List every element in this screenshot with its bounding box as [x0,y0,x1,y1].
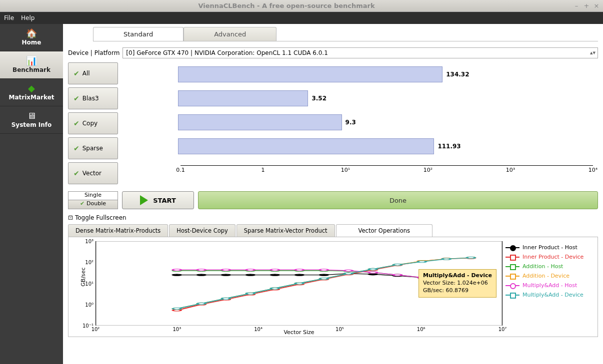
legend-add-host[interactable]: Addition - Host [506,263,594,270]
svg-point-2 [198,274,206,276]
x-axis-title: Vector Size [284,329,314,336]
sidebar-item-benchmark[interactable]: 📊 Benchmark [0,51,63,79]
chevron-updown-icon: ▴▾ [590,49,596,56]
bar-value-blas3: 134.32 [446,71,469,78]
svg-point-58 [296,269,304,271]
tabs-top: Standard Advanced [93,27,598,41]
line-chart-plot: GB/sec Vector Size 10³ 10² 10¹ 10⁰ 10⁻¹ … [96,241,502,326]
tab-advanced[interactable]: Advanced [184,27,276,41]
svg-point-60 [344,270,352,271]
svg-point-6 [296,274,304,276]
tab-dense[interactable]: Dense Matrix-Matrix-Products [68,224,168,237]
play-icon [140,195,148,205]
svg-point-1 [173,274,181,276]
svg-point-62 [394,274,402,276]
tab-vec[interactable]: Vector Operations [336,224,433,237]
filter-all[interactable]: ✔All [68,62,118,84]
titlebar: ViennaCLBench - A free open-source bench… [0,0,603,12]
svg-point-4 [246,274,254,276]
svg-point-61 [369,272,377,273]
precision-single[interactable]: Single [68,192,118,200]
chart-tooltip: Multiply&Add - Device Vector Size: 1.024… [418,269,496,298]
svg-point-77 [442,258,450,260]
svg-point-72 [320,278,328,279]
close-icon[interactable]: × [593,2,600,9]
filter-sparse[interactable]: ✔Sparse [68,137,118,159]
svg-point-76 [418,261,426,262]
tab-hdc[interactable]: Host-Device Copy [169,224,236,237]
minimize-icon[interactable]: – [573,2,580,9]
check-icon: ✔ [74,169,80,177]
menu-help[interactable]: Help [21,14,34,21]
svg-point-56 [246,269,254,271]
svg-point-75 [394,264,402,266]
check-icon: ✔ [74,119,80,127]
sidebar: 🏠 Home 📊 Benchmark ◆ MatrixMarket 🖥 Syst… [0,24,63,364]
bar-chart: Blas3 - GFLOPs 134.32 Copy - GB/sec 3.52… [123,62,598,177]
sidebar-item-matrixmarket[interactable]: ◆ MatrixMarket [0,79,63,106]
svg-point-74 [369,268,377,270]
matrixmarket-icon: ◆ [28,84,35,93]
svg-point-71 [296,283,304,284]
legend-ma-dev[interactable]: Multiply&Add - Device [506,292,594,298]
legend-ip-dev[interactable]: Inner Product - Device [506,254,594,260]
sidebar-item-home[interactable]: 🏠 Home [0,24,63,51]
line-chart: GB/sec Vector Size 10³ 10² 10¹ 10⁰ 10⁻¹ … [68,237,598,337]
svg-point-3 [222,274,230,276]
bottom-tabs: Dense Matrix-Matrix-Products Host-Device… [68,224,598,237]
device-select[interactable]: [0] GeForce GTX 470 | NVIDIA Corporation… [122,47,598,58]
legend-add-dev[interactable]: Addition - Device [506,273,594,279]
tab-smv[interactable]: Sparse Matrix-Vector Product [236,224,335,237]
svg-point-67 [198,303,206,304]
svg-point-54 [198,269,206,271]
maximize-icon[interactable]: + [583,2,590,9]
check-icon: ✔ [74,144,80,152]
svg-point-57 [271,269,279,271]
home-icon: 🏠 [26,29,37,38]
precision-toggle: Single ✔Double [68,191,118,209]
tab-standard[interactable]: Standard [93,27,184,41]
status-done: Done [198,191,598,209]
check-icon: ✔ [80,200,84,207]
svg-point-55 [222,269,230,271]
check-icon: ✔ [74,69,80,77]
menubar: File Help [0,12,603,24]
svg-point-73 [344,273,352,274]
bar-xaxis: 0.1 1 10¹ 10² 10³ 10⁴ [180,165,593,177]
bar-value-copy: 3.52 [312,95,326,102]
line-chart-legend: Inner Product - Host Inner Product - Dev… [502,237,598,337]
bar-value-sparse: 9.3 [346,119,356,126]
filter-vector[interactable]: ✔Vector [68,162,118,184]
sidebar-item-systeminfo[interactable]: 🖥 System Info [0,106,63,134]
svg-point-5 [271,274,279,276]
filter-copy[interactable]: ✔Copy [68,112,118,134]
filter-buttons: ✔All ✔Blas3 ✔Copy ✔Sparse ✔Vector [68,62,118,187]
svg-point-59 [320,269,328,271]
precision-double[interactable]: ✔Double [68,200,118,209]
svg-point-53 [173,269,181,271]
check-icon: ✔ [74,94,80,102]
device-label: Device | Platform [68,49,120,56]
svg-point-78 [467,257,475,258]
svg-point-68 [222,298,230,299]
bar-value-vector: 111.93 [438,143,460,150]
toggle-fullscreen[interactable]: Toggle Fullscreen [68,214,598,221]
device-value: [0] GeForce GTX 470 | NVIDIA Corporation… [126,49,328,56]
legend-ip-host[interactable]: Inner Product - Host [506,244,594,251]
start-button[interactable]: START [122,191,194,209]
svg-point-7 [320,274,328,276]
menu-file[interactable]: File [4,14,14,21]
benchmark-icon: 📊 [26,56,37,65]
svg-point-9 [369,274,377,275]
main-panel: Standard Advanced Device | Platform [0] … [63,24,603,364]
window-title: ViennaCLBench - A free open-source bench… [3,2,570,9]
svg-point-69 [246,293,254,294]
legend-ma-host[interactable]: Multiply&Add - Host [506,282,594,289]
svg-point-70 [271,288,279,289]
systeminfo-icon: 🖥 [27,111,36,120]
filter-blas3[interactable]: ✔Blas3 [68,87,118,109]
svg-point-66 [173,308,181,310]
